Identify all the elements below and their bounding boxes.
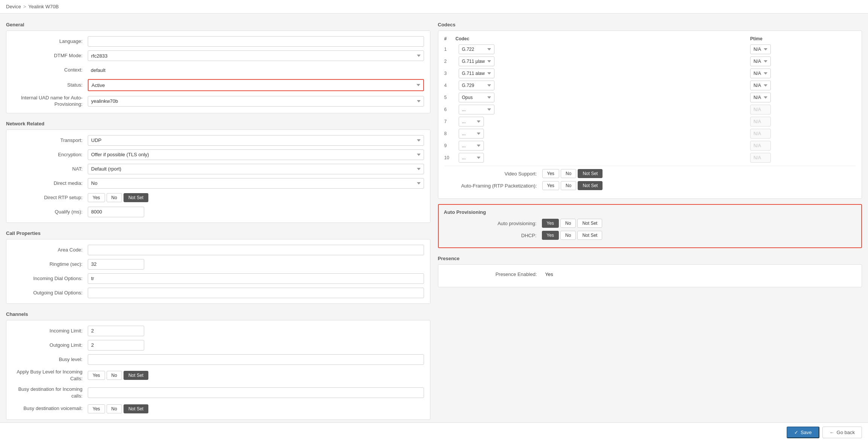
autoframing-yes-button[interactable]: Yes — [542, 181, 560, 190]
codec-select-3[interactable]: G.722G.711 µlawG.711 alawG.729Opus... — [459, 69, 494, 78]
codec-row-8: 8 ...G.722 N/A — [444, 129, 856, 139]
ptime-select-4[interactable]: N/A102030 — [750, 81, 771, 90]
ptime-select-5[interactable]: N/A102030 — [750, 93, 771, 102]
nat-label: NAT: — [12, 166, 88, 172]
goback-label: Go back — [837, 430, 855, 431]
busy-vm-notset-button[interactable]: Not Set — [124, 404, 148, 413]
codec-select-10[interactable]: ...G.722 — [459, 153, 484, 163]
busy-level-row: Busy level: — [12, 354, 424, 365]
busy-dest-row: Busy destination for Incoming calls: — [12, 386, 424, 399]
autoframing-notset-button[interactable]: Not Set — [578, 181, 603, 190]
dhcp-no-button[interactable]: No — [560, 231, 576, 240]
video-notset-button[interactable]: Not Set — [578, 169, 603, 178]
direct-media-label: Direct media: — [12, 180, 88, 187]
codec-select-6[interactable]: ...G.722G.711 µlaw — [459, 105, 494, 114]
col-codec-header: Codec — [456, 36, 751, 41]
video-support-row: Video Support: Yes No Not Set — [444, 169, 856, 178]
codec-row-2: 2 G.722G.711 µlawG.711 alawG.729Opus... … — [444, 56, 856, 66]
ptime-select-6[interactable]: N/A — [750, 105, 771, 114]
autoframing-no-button[interactable]: No — [561, 181, 576, 190]
direct-rtp-yes-button[interactable]: Yes — [88, 193, 105, 202]
area-code-input[interactable] — [88, 245, 424, 255]
codec-num-8: 8 — [444, 131, 456, 136]
breadcrumb-current: Yealink W70B — [28, 4, 58, 9]
codecs-header: # Codec Ptime — [444, 36, 856, 41]
encryption-row: Encryption: Offer if possible (TLS only)… — [12, 149, 424, 160]
dhcp-notset-button[interactable]: Not Set — [577, 231, 602, 240]
apply-busy-notset-button[interactable]: Not Set — [124, 371, 148, 380]
incoming-limit-input[interactable] — [88, 326, 144, 336]
ptime-select-7[interactable]: N/A — [750, 117, 771, 127]
area-code-label: Area Code: — [12, 247, 88, 253]
ptime-select-1[interactable]: N/A102030 — [750, 44, 771, 54]
codec-num-2: 2 — [444, 59, 456, 64]
qualify-input[interactable] — [88, 207, 144, 217]
codec-select-9[interactable]: ...G.722 — [459, 141, 484, 151]
codec-select-1[interactable]: G.722G.711 µlawG.711 alawG.729Opus... — [459, 44, 494, 54]
codec-select-2[interactable]: G.722G.711 µlawG.711 alawG.729Opus... — [459, 56, 494, 66]
video-yes-button[interactable]: Yes — [542, 169, 560, 178]
goback-arrow-icon: ← — [830, 430, 834, 431]
incoming-dial-input[interactable] — [88, 273, 424, 284]
ptime-select-9[interactable]: N/A — [750, 141, 771, 151]
autoprov-yes-button[interactable]: Yes — [542, 219, 559, 228]
ptime-select-10[interactable]: N/A — [750, 153, 771, 163]
goback-button[interactable]: ← Go back — [822, 427, 862, 431]
apply-busy-no-button[interactable]: No — [107, 371, 122, 380]
nat-select[interactable]: Default (rport) Yes No — [88, 164, 424, 174]
direct-rtp-label: Direct RTP setup: — [12, 194, 88, 201]
direct-rtp-no-button[interactable]: No — [107, 193, 122, 202]
busy-dest-input[interactable] — [88, 387, 424, 398]
codec-select-8[interactable]: ...G.722 — [459, 129, 484, 139]
busy-vm-yes-button[interactable]: Yes — [88, 404, 105, 413]
encryption-label: Encryption: — [12, 151, 88, 158]
transport-select[interactable]: UDP TCP TLS — [88, 135, 424, 146]
autoprov-notset-button[interactable]: Not Set — [577, 219, 602, 228]
apply-busy-label: Apply Busy Level for Incoming Calls: — [12, 369, 88, 382]
autoprov-group: Yes No Not Set — [542, 219, 603, 228]
direct-media-select[interactable]: No Yes — [88, 178, 424, 189]
busy-dest-label: Busy destination for Incoming calls: — [12, 386, 88, 399]
uad-select[interactable]: yealinkw70b — [88, 96, 424, 107]
codec-select-7[interactable]: ...G.722 — [459, 117, 484, 127]
dhcp-yes-button[interactable]: Yes — [542, 231, 559, 240]
general-section: Language: DTMF Mode: rfc2833 info inband… — [6, 30, 430, 113]
codecs-section: # Codec Ptime 1 G.722G.711 µlawG.711 ala… — [438, 30, 862, 199]
autoprov-no-button[interactable]: No — [560, 219, 576, 228]
ringtime-input[interactable] — [88, 259, 144, 270]
outgoing-limit-input[interactable] — [88, 340, 144, 351]
codec-num-4: 4 — [444, 83, 456, 88]
qualify-row: Qualify (ms): — [12, 207, 424, 217]
busy-level-input[interactable] — [88, 354, 424, 365]
ptime-select-8[interactable]: N/A — [750, 129, 771, 139]
outgoing-dial-input[interactable] — [88, 288, 424, 298]
apply-busy-yes-button[interactable]: Yes — [88, 371, 105, 380]
left-panel: General Language: DTMF Mode: rfc2833 inf… — [6, 20, 430, 425]
video-no-button[interactable]: No — [561, 169, 576, 178]
autoframing-label: Auto-Framing (RTP Packetization): — [444, 183, 542, 189]
breadcrumb-device[interactable]: Device — [6, 4, 21, 9]
presence-enabled-row: Presence Enabled: Yes — [444, 270, 856, 279]
ptime-select-2[interactable]: N/A102030 — [750, 56, 771, 66]
transport-label: Transport: — [12, 137, 88, 144]
outgoing-limit-row: Outgoing Limit: — [12, 340, 424, 351]
busy-vm-no-button[interactable]: No — [107, 404, 122, 413]
ptime-select-3[interactable]: N/A102030 — [750, 69, 771, 78]
dtmf-select[interactable]: rfc2833 info inband auto — [88, 50, 424, 61]
dhcp-row: DHCP: Yes No Not Set — [444, 231, 856, 240]
codec-select-4[interactable]: G.722G.711 µlawG.711 alawG.729Opus... — [459, 81, 494, 90]
direct-rtp-notset-button[interactable]: Not Set — [124, 193, 148, 202]
ringtime-row: Ringtime (sec): — [12, 259, 424, 270]
direct-media-row: Direct media: No Yes — [12, 178, 424, 189]
save-button[interactable]: ✓ Save — [787, 427, 819, 431]
status-label: Status: — [12, 82, 88, 88]
codec-select-5[interactable]: G.722G.711 µlawG.711 alawG.729Opus... — [459, 93, 494, 102]
encryption-select[interactable]: Offer if possible (TLS only) Required No — [88, 149, 424, 160]
transport-row: Transport: UDP TCP TLS — [12, 135, 424, 146]
codecs-section-title: Codecs — [438, 20, 862, 30]
presence-section: Presence Enabled: Yes — [438, 264, 862, 287]
language-input[interactable] — [88, 36, 424, 47]
status-select[interactable]: Active Inactive — [88, 80, 423, 90]
incoming-limit-row: Incoming Limit: — [12, 326, 424, 336]
codec-row-1: 1 G.722G.711 µlawG.711 alawG.729Opus... … — [444, 44, 856, 54]
